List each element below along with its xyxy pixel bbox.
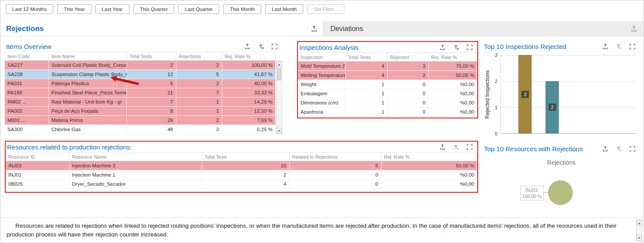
column-header[interactable]: Item Code [5,52,49,61]
filter-last-quarter-button[interactable]: Last Quarter [178,4,219,14]
cell: Finished Steel Piece_Pieza Terminad... [49,88,126,97]
export-icon[interactable] [438,142,447,151]
callout-value: 100,00 % [522,194,542,199]
export-icon[interactable] [601,42,609,51]
column-header[interactable]: Item Name [49,52,126,61]
cell: 2 [176,116,222,125]
filter-clear-icon[interactable] [452,142,460,151]
cell: Raw Material - Unit bom Kg - gr [49,97,126,107]
expand-icon[interactable] [628,144,637,153]
top10-resources-header: Top 10 Resources with Rejections [483,143,640,154]
bar-mold-temperature[interactable]: 3 [518,55,532,133]
items-table-scrollbar[interactable]: ▲ ▼ [276,61,282,134]
cell: 26 [126,116,176,125]
cell: Suspension Clamp Plastic Body_Cue... [49,70,126,79]
cell: 7,69 % [222,116,276,125]
cell: %0,00 [428,108,477,117]
column-header[interactable]: Total Tests [126,52,176,61]
table-row[interactable]: Embalagem10%0,00 [298,89,477,98]
table-row[interactable]: Mold Temperature (ºC)4375,00 % [298,62,477,71]
set-filter-button[interactable]: Set Filter... [307,4,344,14]
column-header[interactable]: Rejected [387,53,428,62]
tab-rejections[interactable]: Rejections [0,21,323,36]
cell: 2 [176,61,222,70]
scroll-down-button[interactable]: ▼ [637,235,642,241]
table-row[interactable]: M001 ...Materia Prima2627,69 % [5,116,276,125]
cell: Solenoid Coil Plastic Body_Corpo Plá... [49,61,126,70]
scroll-up-button[interactable]: ▲ [276,61,282,67]
scroll-down-button[interactable]: ▼ [276,128,282,134]
filter-this-month-button[interactable]: This Month [223,4,261,14]
pie-data-callout: INJ03: 100,00 % [520,186,544,201]
column-header[interactable]: Rej. Rate % [428,53,477,62]
footer-note: Resources are related to rejections when… [0,217,644,242]
cell: 0 [387,98,428,108]
table-row[interactable]: INJ01Injection Machine 120%0,00 [6,170,477,180]
table-row[interactable]: PA002Peça de Aço Forjada8112,50 % [5,107,276,116]
column-header[interactable]: Resource ID [6,153,69,161]
column-header[interactable]: Inspection [298,53,345,62]
export-icon[interactable] [601,144,609,153]
table-row[interactable]: 0B025Dryer_Secado_Secador40%0,00 [6,180,477,189]
bar-melting-temperature[interactable]: 2 [546,81,559,133]
cell: PA031 [5,79,49,88]
column-header[interactable]: Resource Name [69,153,202,161]
table-row[interactable]: PA031Palanga Plástica5240,00 % [5,79,276,88]
filter-last-month-button[interactable]: Last Month [265,4,303,14]
expand-icon[interactable] [465,43,474,52]
items-overview-header: Items Overview [5,41,282,52]
cell: SA227 [5,61,49,70]
pie-chart-title: Rejections [483,159,640,166]
cell: PA185 [5,88,49,97]
filter-last-12-months-button[interactable]: Last 12 Months [6,4,53,14]
bar-chart: Rejected Inspections 3 2 1 0 3 2 [484,55,637,134]
column-header[interactable]: Total Tests [202,153,289,161]
filter-this-year-button[interactable]: This Year [57,4,91,14]
cell: 0 [387,80,428,89]
cell: 50,00 % [381,161,477,170]
cell: 2 [202,170,289,180]
tab-deviations[interactable]: Deviations [323,21,644,36]
column-header[interactable]: Rej. Rate % [381,153,477,161]
filter-last-year-button[interactable]: Last Year [95,4,130,14]
table-row[interactable]: Dimensions (cm)10%0,00 [298,98,477,108]
export-icon[interactable] [438,43,447,52]
inspections-analysis-header: Inspections Analysis [298,42,477,52]
filter-clear-icon[interactable] [256,42,265,51]
filter-clear-icon[interactable] [452,43,460,52]
scrollbar-thumb[interactable] [277,68,281,80]
export-icon[interactable] [310,24,318,33]
column-header[interactable]: Total Tests [345,53,387,62]
export-icon[interactable] [630,24,638,33]
filter-clear-icon[interactable] [614,144,623,153]
table-row[interactable]: PA185Finished Steel Piece_Pieza Terminad… [5,88,276,97]
filter-clear-icon[interactable] [614,42,623,51]
expand-icon[interactable] [628,42,637,51]
expand-icon[interactable] [465,142,474,151]
scrollbar-track[interactable] [276,67,282,128]
table-row[interactable]: Weight10%0,00 [298,80,477,89]
pie-circle[interactable] [548,181,573,205]
scroll-up-button[interactable]: ▲ [637,220,642,226]
column-header[interactable]: Rejections [176,52,222,61]
bar-data-label: 3 [522,91,529,97]
top10-inspections-title: Top 10 Inspections Rejected [484,43,601,50]
table-row[interactable]: RM02 ...Raw Material - Unit bom Kg - gr7… [5,97,276,107]
table-row[interactable]: Aparência10%0,00 [298,108,477,117]
footer-scrollbar[interactable]: ▲ ▼ [636,219,642,241]
table-row[interactable]: SA227Solenoid Coil Plastic Body_Corpo Pl… [5,61,276,70]
export-icon[interactable] [243,42,252,51]
table-row[interactable]: SA228Suspension Clamp Plastic Body_Cue..… [5,70,276,79]
cell: 1 [345,89,387,98]
scrollbar-track[interactable] [637,226,642,235]
table-row[interactable]: INJ03Injection Machine 310550,00 % [6,161,477,170]
cell: 12 [126,70,176,79]
cell: 4 [202,180,289,189]
table-row[interactable]: SA300Chlorine Gas4836,25 % [5,125,276,134]
expand-icon[interactable] [270,42,279,51]
column-header[interactable]: Rej. Rate % [222,52,276,61]
cell: 7 [176,88,222,97]
column-header[interactable]: Related to Rejections [289,153,381,161]
filter-this-quarter-button[interactable]: This Quarter [133,4,175,14]
table-row[interactable]: Melting Temperature (ºC)4250,00 % [298,71,477,80]
